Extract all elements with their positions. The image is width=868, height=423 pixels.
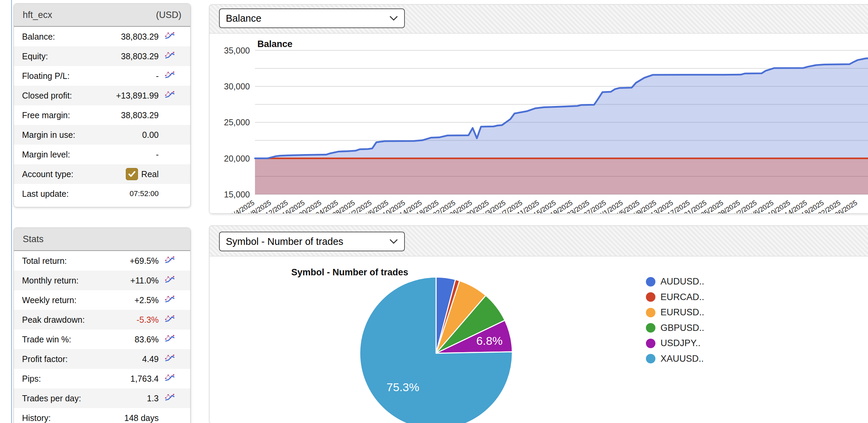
pie-legend: AUDUSD..EURCAD..EURUSD..GBPUSD..USDJPY..…	[646, 274, 704, 366]
row-value: 1,763.4	[131, 374, 159, 384]
row-value: 1.3	[147, 394, 159, 403]
row-value: -	[156, 150, 159, 160]
chevron-down-icon	[389, 239, 398, 244]
legend-item-audusd[interactable]: AUDUSD..	[646, 274, 704, 290]
stats-panel: Stats Total return:+69.5%Monthly return:…	[14, 228, 191, 423]
row-label: Peak drawdown:	[22, 315, 85, 325]
legend-color-dot	[646, 339, 655, 348]
mini-chart-icon[interactable]	[165, 70, 175, 81]
row-label: Trade win %:	[22, 335, 71, 344]
row-value: 38,803.29	[121, 110, 159, 120]
row-label: Account type:	[22, 169, 73, 179]
row-value: 0.00	[142, 130, 159, 140]
mini-chart-icon[interactable]	[165, 314, 175, 325]
y-axis-tick-label: 30,000	[224, 82, 250, 91]
stats-row-peak-drawdown: Peak drawdown:-5.3%	[14, 310, 190, 330]
pie-chart-type-select[interactable]: Symbol - Number of trades	[219, 232, 405, 251]
mini-chart-icon[interactable]	[165, 255, 175, 266]
legend-label: EURUSD..	[660, 307, 704, 318]
stats-row-monthly-return: Monthly return:+11.0%	[14, 271, 190, 290]
legend-item-xauusd[interactable]: XAUUSD..	[646, 351, 704, 367]
mini-chart-icon[interactable]	[165, 51, 175, 62]
symbol-trades-pie-chart: 6.8%75.3%Symbol - Number of trades	[210, 226, 868, 423]
row-value: -	[156, 71, 159, 81]
legend-item-usdjpy[interactable]: USDJPY..	[646, 336, 704, 351]
mini-chart-icon[interactable]	[165, 90, 175, 101]
legend-label: EURCAD..	[660, 292, 704, 302]
row-value: 4.49	[142, 354, 159, 364]
row-value: 38,803.29	[121, 32, 159, 42]
row-label: Closed profit:	[22, 91, 72, 101]
legend-color-dot	[646, 277, 655, 287]
row-label: Trades per day:	[22, 394, 81, 403]
y-axis-tick-label: 35,000	[224, 46, 250, 55]
account-row-balance: Balance:38,803.29	[14, 27, 190, 46]
legend-color-dot	[646, 354, 655, 363]
pie-slice-percentage-label: 6.8%	[476, 334, 503, 347]
row-label: Margin in use:	[22, 130, 75, 140]
mini-chart-icon[interactable]	[165, 373, 175, 384]
y-axis-tick-label: 20,000	[224, 154, 250, 163]
row-value: +69.5%	[130, 256, 159, 266]
stats-rows: Total return:+69.5%Monthly return:+11.0%…	[14, 251, 190, 423]
row-label: History:	[22, 413, 51, 423]
row-label: Equity:	[22, 51, 48, 61]
legend-label: GBPUSD..	[660, 323, 704, 333]
account-currency: (USD)	[156, 10, 181, 20]
legend-label: USDJPY..	[660, 338, 701, 348]
row-label: Floating P/L:	[22, 71, 70, 81]
legend-item-eurcad[interactable]: EURCAD..	[646, 290, 704, 305]
balance-chart: 35,00030,00025,00020,00015,0004/4/20254/…	[210, 5, 868, 213]
symbol-trades-panel: 6.8%75.3%Symbol - Number of trades Symbo…	[209, 226, 868, 423]
stats-row-trades-per-day: Trades per day:1.3	[14, 388, 190, 408]
account-row-account-type: Account type:Real	[14, 164, 190, 184]
account-row-last-update: Last update:07:52:00	[14, 184, 190, 204]
stats-row-weekly-return: Weekly return:+2.5%	[14, 290, 190, 310]
row-value: Real	[141, 169, 159, 179]
legend-item-gbpusd[interactable]: GBPUSD..	[646, 320, 704, 336]
row-value: -5.3%	[137, 315, 159, 325]
stats-row-profit-factor: Profit factor:4.49	[14, 349, 190, 369]
row-value: 07:52:00	[130, 189, 159, 198]
stats-row-trade-win: Trade win %:83.6%	[14, 330, 190, 349]
stats-title: Stats	[23, 234, 44, 245]
stats-row-history: History:148 days	[14, 408, 190, 423]
mini-chart-icon[interactable]	[165, 393, 175, 404]
stats-row-total-return: Total return:+69.5%	[14, 251, 190, 271]
row-value: 148 days	[124, 413, 159, 423]
account-row-equity: Equity:38,803.29	[14, 46, 190, 66]
balance-chart-panel: 35,00030,00025,00020,00015,0004/4/20254/…	[209, 4, 868, 214]
stats-panel-header: Stats	[14, 228, 190, 251]
legend-color-dot	[646, 323, 655, 333]
legend-color-dot	[646, 292, 655, 302]
window-edge-line	[11, 0, 12, 423]
account-summary-panel: hft_ecx (USD) Balance:38,803.29Equity:38…	[14, 3, 191, 207]
legend-label: AUDUSD..	[660, 276, 704, 287]
balance-chart-title: Balance	[257, 39, 293, 49]
row-label: Margin level:	[22, 150, 70, 160]
chart-type-selected-value: Balance	[226, 13, 261, 24]
account-row-margin-in-use: Margin in use:0.00	[14, 125, 190, 145]
y-axis-tick-label: 15,000	[224, 190, 250, 199]
mini-chart-icon[interactable]	[165, 275, 175, 286]
row-value: 38,803.29	[121, 51, 159, 61]
account-rows: Balance:38,803.29Equity:38,803.29Floatin…	[14, 27, 190, 204]
y-axis-tick-label: 25,000	[224, 118, 250, 127]
row-label: Pips:	[22, 374, 41, 384]
account-panel-header: hft_ecx (USD)	[14, 4, 190, 27]
row-label: Weekly return:	[22, 295, 77, 305]
mini-chart-icon[interactable]	[165, 295, 175, 305]
mini-chart-icon[interactable]	[165, 334, 175, 345]
legend-item-eurusd[interactable]: EURUSD..	[646, 305, 704, 320]
row-value: 83.6%	[135, 335, 159, 344]
row-value: +2.5%	[134, 295, 159, 305]
mini-chart-icon[interactable]	[165, 31, 175, 42]
row-label: Balance:	[22, 32, 55, 42]
account-row-closed-profit: Closed profit:+13,891.99	[14, 86, 190, 105]
row-label: Free margin:	[22, 110, 70, 120]
row-label: Profit factor:	[22, 354, 68, 364]
account-type-checkbox[interactable]	[126, 168, 138, 180]
legend-color-dot	[646, 308, 655, 317]
mini-chart-icon[interactable]	[165, 354, 175, 364]
chart-type-select[interactable]: Balance	[219, 8, 405, 28]
